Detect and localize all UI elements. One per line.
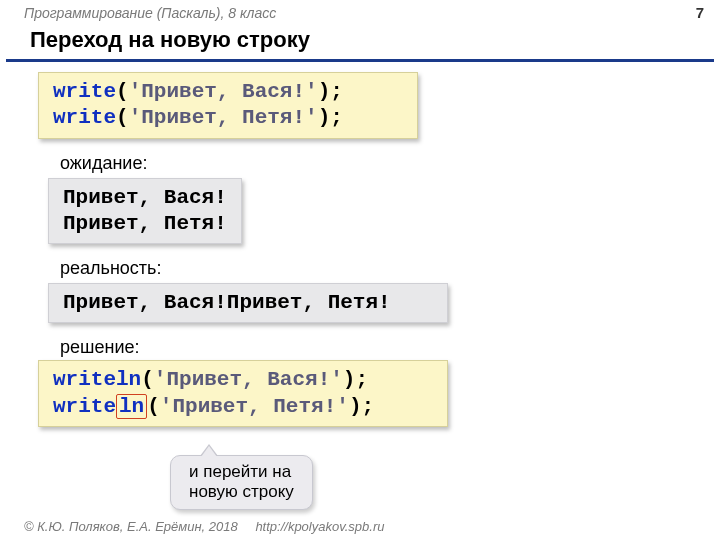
callout-bubble: и перейти на новую строку — [170, 455, 313, 510]
punct: ( — [116, 106, 129, 129]
footer: © К.Ю. Поляков, Е.А. Ерёмин, 2018 http:/… — [24, 519, 384, 534]
string-literal: 'Привет, Вася!' — [154, 368, 343, 391]
keyword: write — [53, 395, 116, 418]
code-block-write: write('Привет, Вася!'); write('Привет, П… — [38, 72, 418, 139]
header-bar: Программирование (Паскаль), 8 класс 7 — [0, 0, 720, 23]
punct: ); — [318, 106, 343, 129]
page-number: 7 — [696, 4, 704, 21]
output-expected: Привет, Вася! Привет, Петя! — [48, 178, 242, 245]
string-literal: 'Привет, Петя!' — [129, 106, 318, 129]
string-literal: 'Привет, Петя!' — [160, 395, 349, 418]
keyword-ln-highlight: ln — [116, 394, 147, 419]
punct: ); — [318, 80, 343, 103]
content-area: write('Привет, Вася!'); write('Привет, П… — [0, 72, 720, 435]
copyright: © К.Ю. Поляков, Е.А. Ерёмин, 2018 — [24, 519, 238, 534]
output-line: Привет, Вася! — [63, 185, 227, 211]
keyword: write — [53, 106, 116, 129]
punct: ); — [349, 395, 374, 418]
code-block-writeln: writeln('Привет, Вася!'); writeln('Приве… — [38, 360, 448, 427]
callout-line: и перейти на — [189, 462, 294, 482]
footer-url: http://kpolyakov.spb.ru — [255, 519, 384, 534]
string-literal: 'Привет, Вася!' — [129, 80, 318, 103]
output-line: Привет, Петя! — [63, 211, 227, 237]
callout-line: новую строку — [189, 482, 294, 502]
output-reality: Привет, Вася!Привет, Петя! — [48, 283, 448, 323]
keyword: writeln — [53, 368, 141, 391]
course-label: Программирование (Паскаль), 8 класс — [24, 5, 276, 21]
label-expectation: ожидание: — [60, 153, 700, 174]
label-solution: решение: — [60, 337, 700, 358]
keyword: write — [53, 80, 116, 103]
output-line: Привет, Вася!Привет, Петя! — [63, 291, 391, 314]
punct: ( — [147, 395, 160, 418]
slide-title: Переход на новую строку — [6, 23, 714, 62]
punct: ( — [116, 80, 129, 103]
label-reality: реальность: — [60, 258, 700, 279]
punct: ( — [141, 368, 154, 391]
punct: ); — [343, 368, 368, 391]
